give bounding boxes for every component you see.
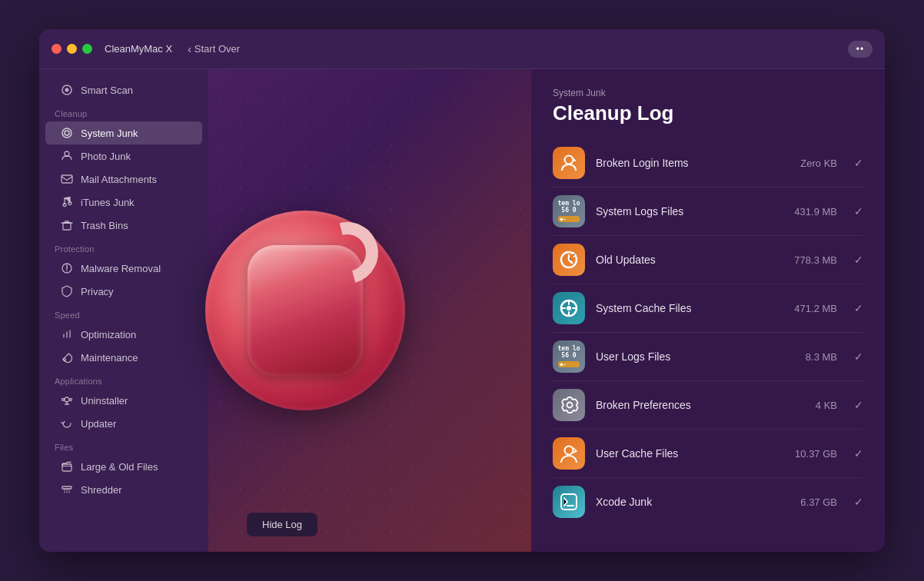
trash-icon bbox=[61, 219, 73, 231]
svg-rect-18 bbox=[62, 464, 71, 471]
files-icon bbox=[61, 460, 73, 473]
itunes-icon bbox=[61, 196, 73, 208]
log-name-old-updates: Old Updates bbox=[596, 254, 783, 266]
svg-point-23 bbox=[567, 306, 571, 310]
log-icon-xcode bbox=[553, 486, 585, 518]
section-label-cleanup: Cleanup bbox=[39, 101, 208, 121]
sidebar-label-updater: Updater bbox=[81, 418, 116, 430]
panel-title: Cleanup Log bbox=[553, 101, 863, 125]
log-icon-user-logs: tem lo 56 0 ●— bbox=[553, 340, 585, 373]
logo-inner bbox=[248, 245, 363, 376]
log-item-user-logs: tem lo 56 0 ●— User Logs Files 8.3 MB ✓ bbox=[553, 333, 863, 381]
svg-rect-26 bbox=[561, 494, 577, 510]
more-button[interactable]: •• bbox=[848, 41, 872, 58]
log-size-user-cache: 10.37 GB bbox=[795, 448, 837, 460]
log-item-broken-pref: Broken Preferences 4 KB ✓ bbox=[553, 381, 863, 430]
sidebar-item-photo-junk[interactable]: Photo Junk bbox=[45, 144, 202, 168]
maximize-button[interactable] bbox=[82, 44, 92, 54]
log-item-xcode: Xcode Junk 6.37 GB ✓ bbox=[553, 478, 863, 526]
log-icon-old-updates bbox=[553, 244, 585, 276]
log-name-system-cache: System Cache Files bbox=[596, 302, 783, 314]
maintenance-icon bbox=[61, 351, 73, 364]
sidebar-label-mail-attachments: Mail Attachments bbox=[81, 174, 157, 185]
close-button[interactable] bbox=[52, 44, 61, 54]
sidebar-item-malware-removal[interactable]: Malware Removal bbox=[45, 257, 202, 280]
sidebar-item-large-old-files[interactable]: Large & Old Files bbox=[45, 455, 202, 478]
sidebar-label-shredder: Shredder bbox=[81, 484, 121, 496]
svg-point-6 bbox=[63, 204, 66, 207]
section-label-files: Files bbox=[39, 435, 208, 455]
svg-point-15 bbox=[65, 397, 69, 402]
sidebar-label-uninstaller: Uninstaller bbox=[81, 395, 128, 407]
sidebar-label-smart-scan: Smart Scan bbox=[81, 85, 133, 96]
sidebar-label-privacy: Privacy bbox=[81, 286, 114, 297]
svg-point-2 bbox=[62, 128, 71, 138]
mail-icon bbox=[61, 173, 73, 185]
sidebar-item-itunes-junk[interactable]: iTunes Junk bbox=[45, 191, 202, 214]
sidebar-label-optimization: Optimization bbox=[81, 329, 136, 340]
sidebar-item-privacy[interactable]: Privacy bbox=[45, 280, 202, 303]
sidebar-item-updater[interactable]: Updater bbox=[45, 412, 202, 435]
uninstaller-icon bbox=[61, 394, 73, 407]
right-panel: System Junk Cleanup Log Broken Login Ite… bbox=[531, 69, 885, 552]
sidebar-item-optimization[interactable]: Optimization bbox=[45, 323, 202, 346]
updater-icon bbox=[61, 417, 73, 430]
log-size-old-updates: 778.3 MB bbox=[794, 254, 837, 266]
start-over-button[interactable]: ‹ Start Over bbox=[188, 43, 240, 55]
sidebar-item-uninstaller[interactable]: Uninstaller bbox=[45, 389, 202, 412]
log-size-system-logs: 431.9 MB bbox=[794, 206, 837, 217]
sidebar-item-trash-bins[interactable]: Trash Bins bbox=[45, 214, 202, 237]
privacy-icon bbox=[61, 285, 73, 297]
log-size-system-cache: 471.2 MB bbox=[794, 303, 837, 314]
svg-rect-5 bbox=[61, 175, 72, 183]
log-name-xcode: Xcode Junk bbox=[596, 496, 789, 508]
log-icon-broken-login bbox=[553, 147, 585, 179]
sidebar-label-large-old-files: Large & Old Files bbox=[81, 461, 158, 473]
log-item-old-updates: Old Updates 778.3 MB ✓ bbox=[553, 236, 863, 284]
sidebar-label-itunes-junk: iTunes Junk bbox=[81, 197, 135, 208]
section-label-speed: Speed bbox=[39, 303, 208, 323]
log-item-system-cache: System Cache Files 471.2 MB ✓ bbox=[553, 284, 863, 333]
section-label-protection: Protection bbox=[39, 237, 208, 257]
log-icon-system-logs: tem lo 56 0 ●— bbox=[553, 195, 585, 227]
svg-point-24 bbox=[567, 403, 573, 408]
sidebar-label-trash-bins: Trash Bins bbox=[81, 220, 128, 231]
sidebar-item-maintenance[interactable]: Maintenance bbox=[45, 346, 202, 369]
log-size-broken-login: Zero KB bbox=[800, 158, 837, 169]
log-item-system-logs: tem lo 56 0 ●— System Logs Files 431.9 M… bbox=[553, 188, 863, 236]
check-icon-3: ✓ bbox=[854, 302, 863, 314]
hide-log-button[interactable]: Hide Log bbox=[247, 513, 317, 536]
check-icon-5: ✓ bbox=[854, 399, 863, 411]
back-icon: ‹ bbox=[188, 43, 191, 55]
logo-area bbox=[198, 203, 413, 418]
log-icon-system-cache bbox=[553, 292, 585, 324]
log-size-user-logs: 8.3 MB bbox=[806, 351, 837, 363]
check-icon-2: ✓ bbox=[854, 254, 863, 266]
optimization-icon bbox=[61, 328, 73, 340]
log-name-user-cache: User Cache Files bbox=[596, 447, 784, 460]
svg-point-17 bbox=[70, 399, 72, 401]
minimize-button[interactable] bbox=[67, 44, 77, 54]
log-name-user-logs: User Logs Files bbox=[596, 350, 795, 363]
panel-subtitle: System Junk bbox=[553, 88, 863, 98]
svg-point-16 bbox=[62, 399, 65, 401]
check-icon-7: ✓ bbox=[854, 496, 863, 508]
sidebar-item-smart-scan[interactable]: Smart Scan bbox=[45, 78, 202, 101]
sidebar-item-system-junk[interactable]: System Junk bbox=[45, 121, 202, 144]
log-size-xcode: 6.37 GB bbox=[800, 496, 837, 508]
traffic-lights bbox=[52, 44, 92, 54]
sidebar-label-photo-junk: Photo Junk bbox=[81, 151, 131, 162]
sidebar-label-system-junk: System Junk bbox=[81, 128, 138, 139]
content-area: Smart Scan Cleanup System Junk Photo Jun… bbox=[39, 69, 885, 552]
log-name-broken-login: Broken Login Items bbox=[596, 157, 789, 169]
check-icon-0: ✓ bbox=[854, 157, 863, 169]
sidebar-item-shredder[interactable]: Shredder bbox=[45, 478, 202, 501]
log-name-broken-pref: Broken Preferences bbox=[596, 399, 805, 411]
svg-point-10 bbox=[66, 270, 68, 271]
start-over-label: Start Over bbox=[194, 43, 240, 55]
log-icon-broken-pref bbox=[553, 389, 585, 421]
log-name-system-logs: System Logs Files bbox=[596, 205, 783, 217]
shredder-icon bbox=[61, 483, 73, 496]
logo-circle bbox=[205, 211, 405, 410]
sidebar-item-mail-attachments[interactable]: Mail Attachments bbox=[45, 168, 202, 191]
